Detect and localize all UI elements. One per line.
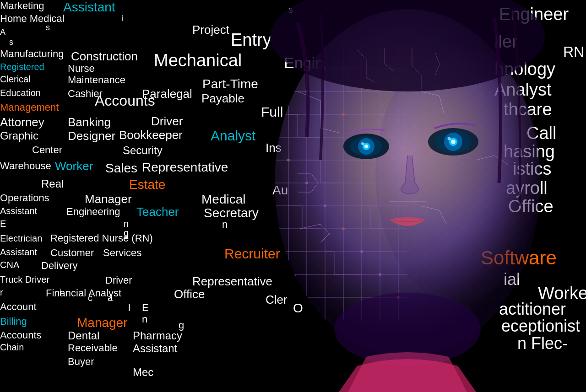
word-item: n [222, 219, 228, 231]
word-item: l [128, 302, 130, 314]
word-item: Assistant [0, 247, 37, 258]
word-item: Engineering [66, 206, 120, 218]
word-item: Analyst [211, 128, 255, 144]
word-item: Customer [50, 247, 94, 259]
word-item: Education [0, 88, 41, 98]
word-item: Mec [133, 366, 153, 379]
word-item: Manager [77, 316, 128, 330]
word-item: E [142, 302, 149, 314]
word-item: Full [261, 104, 283, 120]
word-item: ller [494, 32, 518, 52]
word-item: Services [103, 247, 141, 259]
word-cloud-container: MarketingHome MedicalAssistantsiAsManufa… [0, 0, 586, 392]
word-item: Construction [71, 49, 138, 64]
word-item: CNA [0, 260, 19, 270]
word-item: hasing [504, 142, 555, 161]
word-item: Software [481, 247, 557, 269]
word-item: Billing [0, 316, 27, 328]
word-item: Recruiter [224, 246, 280, 262]
word-item: Entry [231, 30, 271, 50]
word-item: Attorney [0, 115, 44, 129]
word-item: s [9, 38, 13, 47]
word-item: Assistant [63, 0, 115, 15]
word-item: A [0, 27, 5, 37]
word-item: Bookkeeper [119, 128, 183, 142]
word-item: Ins [266, 141, 282, 155]
word-item: Receivable [68, 342, 118, 354]
word-item: Secretary [204, 206, 259, 220]
word-item: s [46, 23, 50, 32]
word-item: Cler [266, 293, 288, 307]
word-item: Banking [68, 115, 111, 129]
word-item: Manager [85, 192, 132, 206]
word-item: ial [504, 270, 520, 289]
word-item: Accounts [0, 329, 42, 341]
word-item: Analyst [494, 80, 552, 100]
word-item: Warehouse [0, 160, 51, 172]
word-item: Buyer [68, 356, 94, 368]
word-item: Pharmacy [133, 329, 182, 342]
word-item: Center [32, 144, 62, 156]
word-item: n Flec- [517, 334, 568, 353]
word-item: n [142, 313, 147, 325]
word-item: Representative [142, 160, 228, 175]
word-item: Marketing [0, 0, 44, 12]
word-item: istics [513, 159, 551, 179]
word-item: thcare [504, 100, 552, 119]
word-item: Medical [201, 192, 245, 207]
word-item: Driver [105, 274, 132, 286]
word-item: Registered Nurse (RN) [50, 232, 153, 244]
word-item: Engin [284, 54, 324, 72]
word-item: s [288, 5, 293, 15]
word-item: i [121, 14, 123, 23]
word-item: Operations [0, 192, 49, 204]
word-item: Office [508, 197, 553, 216]
word-item: Designer [68, 129, 115, 143]
word-item: Nurse [68, 63, 95, 75]
word-item: Real [41, 177, 64, 190]
word-item: eceptionist [501, 317, 580, 336]
word-item: Assistant [133, 342, 177, 355]
word-item: Sales [105, 161, 137, 176]
word-item: Worker [55, 159, 93, 173]
word-item: Office [174, 287, 205, 301]
word-item: Home Medical [0, 13, 65, 25]
word-item: actitioner [499, 300, 566, 319]
word-item: hnology [494, 59, 555, 79]
word-item: Delivery [41, 260, 77, 272]
word-item: Payable [201, 91, 244, 106]
word-item: Estate [129, 177, 165, 192]
word-item: E [0, 219, 6, 229]
word-item: Driver [151, 114, 183, 129]
word-item: Security [123, 144, 163, 157]
word-item: Maintenance [68, 74, 125, 86]
word-item: Chain [0, 342, 24, 353]
word-item: Part-Time [202, 77, 258, 91]
word-item: Engineer [499, 5, 569, 24]
word-item: Electrician [0, 233, 42, 244]
word-item: Project [192, 23, 229, 37]
word-item: ayroll [506, 178, 548, 198]
word-item: Accounts [95, 92, 155, 109]
word-item: Dental [68, 329, 99, 342]
word-item: Registered [0, 62, 44, 72]
word-item: r [0, 287, 3, 298]
word-item: Truck Driver [0, 274, 49, 285]
word-item: O [293, 301, 303, 316]
word-item: Clerical [0, 74, 31, 85]
word-item: Account [0, 301, 37, 313]
word-item: Assistant [0, 206, 37, 216]
word-item: Au [272, 183, 288, 198]
word-item: Call [526, 124, 556, 143]
word-item: Manufacturing [0, 48, 64, 60]
word-item: Financial Analyst [46, 287, 121, 299]
word-item: Teacher [136, 205, 179, 219]
word-item: Representative [192, 274, 272, 289]
word-item: Management [0, 102, 59, 113]
word-item: RN [563, 43, 584, 60]
word-item: Graphic [0, 129, 38, 142]
word-item: Mechanical [154, 51, 242, 70]
